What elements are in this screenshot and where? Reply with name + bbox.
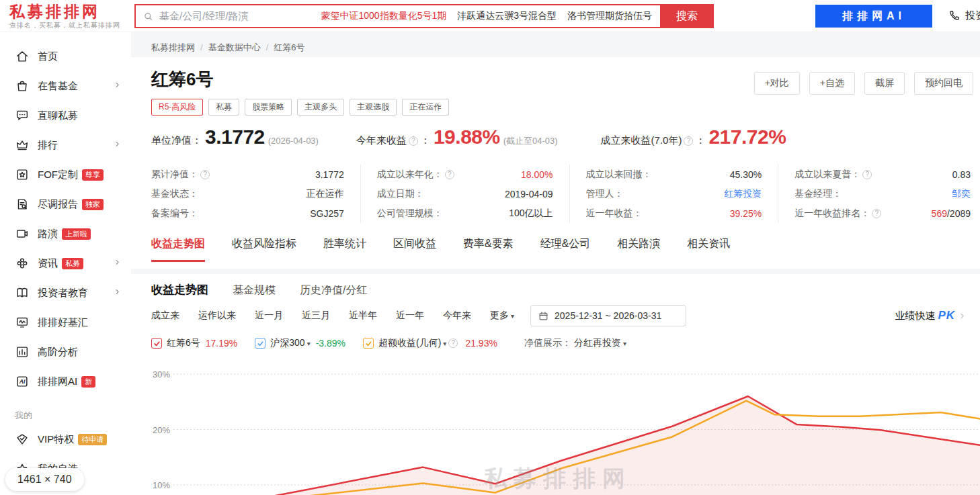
sidebar-item-vip[interactable]: VIP特权待申请: [0, 424, 131, 454]
checkbox[interactable]: [151, 338, 162, 349]
tab-相关路演[interactable]: 相关路演: [617, 237, 660, 262]
sidebar-item-roadshow[interactable]: 路演上新啦: [0, 219, 131, 249]
chevron-right-icon: [113, 81, 122, 89]
action-button[interactable]: +自选: [809, 72, 855, 95]
fund-tag: 主观多头: [297, 99, 344, 116]
tab-经理&公司[interactable]: 经理&公司: [540, 237, 591, 262]
sidebar-item-haojihui[interactable]: 排排好基汇: [0, 308, 131, 337]
action-button[interactable]: +对比: [754, 72, 800, 95]
info-icon[interactable]: ?: [200, 170, 210, 179]
sidebar-item-fof-custom[interactable]: FOF定制尊享: [0, 160, 131, 189]
sidebar-item-ranking[interactable]: 排行: [0, 130, 131, 160]
sidebar-item-investor-education[interactable]: 投资者教育: [0, 278, 131, 308]
sidebar-item-label: 排行: [38, 139, 58, 152]
stat-value: 217.72%: [708, 126, 786, 148]
detail-value[interactable]: 红筹投资: [724, 188, 762, 200]
period-今年来[interactable]: 今年来: [443, 310, 471, 322]
detail-label: 近一年收益排名：?: [794, 208, 883, 220]
stat-note: (截止至04-03): [503, 136, 558, 146]
chevron-right-icon: [958, 312, 967, 320]
performance-pk-link[interactable]: 业绩快速 PK: [895, 309, 967, 322]
detail-value: 3.1772: [315, 169, 344, 180]
chart-canvas[interactable]: [151, 359, 980, 495]
info-icon[interactable]: ?: [445, 170, 454, 179]
period-近半年[interactable]: 近半年: [349, 310, 377, 322]
tab-相关资讯[interactable]: 相关资讯: [687, 237, 730, 262]
news-icon: [15, 256, 30, 271]
detail-cell: 基金经理：邹奕: [778, 184, 980, 204]
checkbox[interactable]: [255, 338, 266, 349]
search-hot-keyword[interactable]: 蒙玺中证1000指数量化5号1期: [321, 10, 446, 22]
search-hot-keyword[interactable]: 沣跃通达云骥3号混合型: [457, 10, 557, 22]
date-range-picker[interactable]: 2025-12-31 ~ 2026-03-31: [530, 305, 686, 326]
legend-item[interactable]: 红筹6号17.19%: [151, 337, 237, 349]
search-hot-keyword[interactable]: 洛书管理期货拾伍号: [567, 10, 652, 22]
more-dropdown[interactable]: 更多▾: [490, 310, 514, 322]
monitor-icon: [15, 315, 30, 330]
stat-label: 单位净值: [151, 134, 192, 146]
barchart-icon: [15, 345, 30, 359]
badge: 独家: [82, 199, 104, 210]
info-icon[interactable]: ?: [872, 209, 881, 218]
period-近一年[interactable]: 近一年: [396, 310, 424, 322]
tab-胜率统计[interactable]: 胜率统计: [323, 237, 366, 262]
sub-tab-基金规模[interactable]: 基金规模: [233, 283, 276, 298]
report-icon: [15, 197, 30, 212]
breadcrumb-item[interactable]: 基金数据中心: [208, 42, 261, 52]
tab-收益风险指标[interactable]: 收益风险指标: [232, 237, 296, 262]
tab-费率&要素[interactable]: 费率&要素: [463, 237, 514, 262]
sidebar-item-news[interactable]: 资讯私募: [0, 249, 131, 278]
sidebar-item-label: VIP特权: [38, 433, 74, 446]
chevron-down-icon[interactable]: ▾: [443, 340, 446, 347]
sidebar-item-advanced-analysis[interactable]: 高阶分析: [0, 337, 131, 367]
detail-value[interactable]: 邹奕: [952, 188, 971, 200]
fof-icon: [15, 167, 30, 182]
sidebar-item-ppw-ai[interactable]: Ai排排网AI新: [0, 367, 131, 396]
stat-value: 19.88%: [434, 126, 500, 148]
search-bar[interactable]: 基金/公司/经理/路演 蒙玺中证1000指数量化5号1期沣跃通达云骥3号混合型洛…: [134, 4, 714, 28]
hotline-label: 投资: [965, 9, 980, 22]
tab-收益走势图[interactable]: 收益走势图: [151, 237, 205, 262]
chevron-down-icon: ▾: [623, 340, 626, 347]
fund-summary-card: 红筹6号 +对比+自选截屏预约回电 R5-高风险私募股票策略主观多头主观选股正在…: [131, 57, 980, 269]
period-近三月[interactable]: 近三月: [302, 310, 330, 322]
chevron-down-icon[interactable]: ▾: [307, 340, 311, 347]
period-运作以来[interactable]: 运作以来: [198, 310, 236, 322]
sidebar-item-chat-private[interactable]: 直聊私募: [0, 101, 131, 130]
legend-label: 超额收益(几何): [378, 337, 441, 349]
period-成立来[interactable]: 成立来: [151, 310, 179, 322]
legend-item[interactable]: 沪深300▾-3.89%: [255, 337, 345, 349]
action-button[interactable]: 预约回电: [914, 72, 973, 95]
info-icon[interactable]: ?: [684, 136, 693, 146]
tab-区间收益[interactable]: 区间收益: [393, 237, 436, 262]
detail-value: 0.83: [952, 169, 971, 180]
breadcrumb-item[interactable]: 私募排排网: [151, 42, 195, 52]
search-input[interactable]: 基金/公司/经理/路演: [159, 10, 249, 23]
nav-display-selector[interactable]: 净值展示：分红再投资▾: [524, 337, 626, 349]
stat-note: (2026-04-03): [268, 136, 319, 146]
action-button[interactable]: 截屏: [864, 72, 905, 95]
sidebar-item-dd-report[interactable]: 尽调报告独家: [0, 189, 131, 219]
search-button[interactable]: 搜索: [660, 4, 714, 28]
site-logo-tagline: 查排名，买私募，就上私募排排网: [9, 21, 120, 30]
sub-tab-历史净值/分红[interactable]: 历史净值/分红: [300, 283, 367, 298]
nav-display-label: 净值展示：: [524, 337, 571, 349]
sub-tab-收益走势图[interactable]: 收益走势图: [151, 282, 208, 298]
sidebar: 首页在售基金直聊私募排行FOF定制尊享尽调报告独家路演上新啦资讯私募投资者教育排…: [0, 32, 131, 495]
sidebar-item-home[interactable]: 首页: [0, 42, 131, 71]
search-icon: [142, 11, 154, 22]
ai-icon: Ai: [15, 374, 30, 389]
info-icon[interactable]: ?: [409, 136, 418, 146]
info-icon[interactable]: ?: [862, 170, 872, 179]
site-logo-title: 私募排排网: [9, 3, 120, 20]
performance-chart[interactable]: 私募排排网 30%20%10%: [151, 359, 980, 495]
legend-item[interactable]: 超额收益(几何)▾?21.93%: [363, 337, 497, 349]
site-logo[interactable]: 私募排排网 查排名，买私募，就上私募排排网: [9, 3, 120, 30]
period-近一月[interactable]: 近一月: [255, 310, 283, 322]
sidebar-item-funds-on-sale[interactable]: 在售基金: [0, 71, 131, 101]
ppw-ai-button[interactable]: 排排网AI: [815, 5, 932, 28]
hotline[interactable]: 投资: [948, 9, 980, 22]
info-icon[interactable]: ?: [448, 339, 458, 348]
checkbox[interactable]: [363, 338, 374, 349]
sidebar-item-label: 高阶分析: [38, 346, 78, 359]
